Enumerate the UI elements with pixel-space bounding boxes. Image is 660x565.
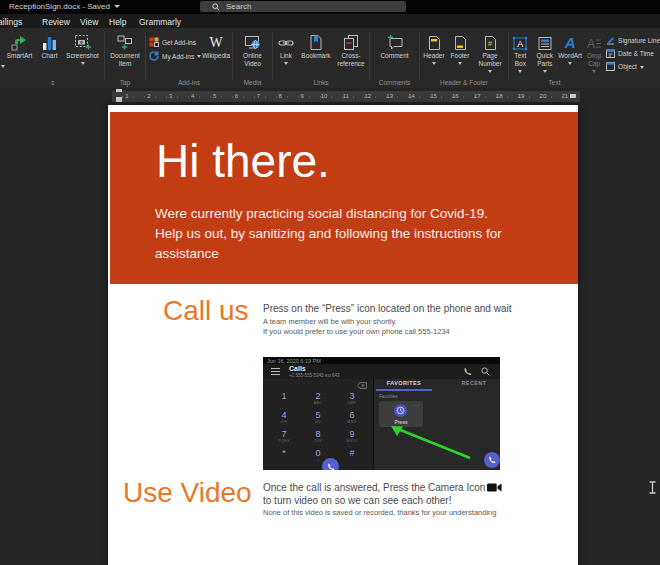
- document-title: ReceptionSign.docx - Saved: [9, 2, 110, 11]
- phone-favorites-panel: FAVORITES RECENT Favorites Press: [374, 379, 500, 470]
- hero-line: assistance: [155, 244, 502, 264]
- text-box-button[interactable]: A Text Box: [509, 32, 532, 73]
- ruler-number: 12: [364, 93, 372, 99]
- link-label: Link: [280, 52, 292, 60]
- document-page[interactable]: Hi there. Were currently practicing soci…: [108, 105, 578, 565]
- quick-parts-label: Quick Parts: [533, 52, 557, 68]
- chevron-down-icon: [640, 66, 644, 69]
- document-item-button[interactable]: Document Item: [106, 32, 144, 68]
- ribbon-group-media: Online Video Media: [233, 28, 272, 88]
- cross-reference-icon: [343, 32, 359, 51]
- hero-line: Were currently practicing social distanc…: [155, 204, 502, 224]
- call-us-note-2: If you would prefer to use your own phon…: [263, 327, 450, 336]
- tab-help[interactable]: Help: [109, 17, 126, 27]
- ruler-number: 17: [473, 93, 481, 99]
- tab-grammarly[interactable]: Grammarly: [139, 17, 181, 27]
- left-indent-marker[interactable]: [116, 97, 122, 102]
- object-button[interactable]: Object: [606, 60, 660, 73]
- quick-parts-button[interactable]: Quick Parts: [533, 32, 557, 73]
- group-label-text: Text: [509, 79, 600, 86]
- footer-button[interactable]: Footer: [447, 32, 473, 65]
- bookmark-button[interactable]: Bookmark: [299, 32, 333, 60]
- get-addins-button[interactable]: Get Add-ins: [149, 35, 201, 49]
- dialpad-key-9: 9WXYZ: [346, 429, 358, 448]
- svg-text:A: A: [587, 37, 595, 51]
- drop-cap-button[interactable]: A Drop Cap: [583, 32, 605, 73]
- search-icon: [481, 367, 490, 376]
- right-indent-marker[interactable]: [570, 94, 576, 98]
- chevron-down-icon: [568, 62, 572, 65]
- link-button[interactable]: Link: [273, 32, 299, 65]
- dialpad-key-1: 1: [281, 391, 286, 410]
- favorites-tab: FAVORITES: [376, 380, 432, 386]
- wordart-button[interactable]: A WordArt: [558, 32, 582, 65]
- ruler[interactable]: 123456789101112131415161718192021: [0, 88, 660, 105]
- phone-body: 12ABC3DEF4GHI5JKL6MNO7PQRS8TUV9WXYZ*0+# …: [263, 379, 500, 470]
- document-item-label: Document Item: [106, 52, 144, 68]
- header-button[interactable]: Header: [421, 32, 447, 65]
- call-us-note-1: A team member will be with your shortly.: [263, 317, 397, 326]
- ruler-number: 21: [561, 93, 569, 99]
- phone-status-text: Jun 16, 2020 6:19 PM: [267, 358, 321, 364]
- phone-screenshot-image[interactable]: Jun 16, 2020 6:19 PM Calls +1 555-555-53…: [263, 357, 500, 470]
- ruler-number: 18: [495, 93, 503, 99]
- search-box[interactable]: Search: [200, 1, 406, 12]
- phone-icon: [327, 463, 335, 471]
- chevron-down-icon: [592, 70, 596, 73]
- chart-button[interactable]: Chart: [37, 32, 63, 60]
- comment-label: Comment: [380, 52, 408, 60]
- ruler-number: 19: [517, 93, 525, 99]
- phone-app-title: Calls: [289, 365, 306, 372]
- header-label: Header: [423, 52, 444, 60]
- page-number-button[interactable]: # Page Number: [473, 32, 507, 73]
- footer-icon: [454, 32, 467, 51]
- comment-button[interactable]: Comment: [374, 32, 416, 60]
- ruler-number: 15: [429, 93, 437, 99]
- more-options-icon: [412, 402, 420, 408]
- document-item-icon: [116, 32, 134, 51]
- wikipedia-label: Wikipedia: [202, 52, 230, 60]
- document-title-dropdown[interactable]: ReceptionSign.docx - Saved: [9, 2, 120, 11]
- ruler-number: 9: [298, 93, 306, 99]
- header-icon: [428, 32, 441, 51]
- tab-mailings[interactable]: Mailings: [0, 17, 22, 27]
- my-addins-button[interactable]: My Add-ins: [149, 49, 201, 63]
- comment-icon: [386, 32, 404, 51]
- hamburger-menu-icon: [271, 368, 280, 375]
- wordart-icon: A: [565, 32, 576, 51]
- signature-line-button[interactable]: Signature Line: [606, 34, 660, 47]
- wikipedia-button[interactable]: W Wikipedia: [200, 32, 232, 60]
- document-canvas: Hi there. Were currently practicing soci…: [0, 105, 660, 565]
- clock-icon: [396, 406, 405, 415]
- chevron-down-icon: [488, 70, 492, 73]
- text-cursor-ibeam: [648, 481, 657, 494]
- ruler-number: 8: [276, 93, 284, 99]
- smartart-icon: [11, 32, 28, 51]
- ribbon-group-illustrations: SmartArt Chart Screenshot s: [2, 28, 103, 88]
- ruler-bar[interactable]: 123456789101112131415161718192021: [112, 91, 580, 102]
- call-button: [322, 458, 339, 470]
- ribbon-group-addins: Get Add-ins My Add-ins W Wikipedia Add-i…: [146, 28, 232, 88]
- ruler-number: 1: [123, 93, 131, 99]
- ribbon-group-text: A Text Box Quick Parts A WordArt: [509, 28, 660, 88]
- get-addins-label: Get Add-ins: [162, 39, 196, 46]
- tab-review[interactable]: Review: [42, 17, 70, 27]
- online-video-button[interactable]: Online Video: [234, 32, 271, 68]
- dialpad-key-3: 3DEF: [348, 391, 356, 410]
- first-line-indent-marker[interactable]: [116, 89, 122, 92]
- chart-icon: [42, 32, 57, 51]
- dialpad-key-6: 6MNO: [347, 410, 356, 429]
- hero-title: Hi there.: [156, 134, 330, 188]
- use-video-heading: Use Video: [123, 477, 252, 509]
- ruler-number: 7: [254, 93, 262, 99]
- dialpad-key-0: 0+: [315, 448, 320, 467]
- ruler-number: 20: [539, 93, 547, 99]
- date-time-button[interactable]: Date & Time: [606, 47, 660, 60]
- screenshot-button[interactable]: Screenshot: [63, 32, 103, 65]
- ribbon-group-links: Link Bookmark Cross-reference Links: [273, 28, 369, 88]
- svg-text:A: A: [517, 39, 523, 49]
- smartart-button[interactable]: SmartArt: [3, 32, 37, 60]
- cross-reference-button[interactable]: Cross-reference: [333, 32, 369, 68]
- favorites-section-label: Favorites: [379, 394, 398, 399]
- tab-view[interactable]: View: [80, 17, 98, 27]
